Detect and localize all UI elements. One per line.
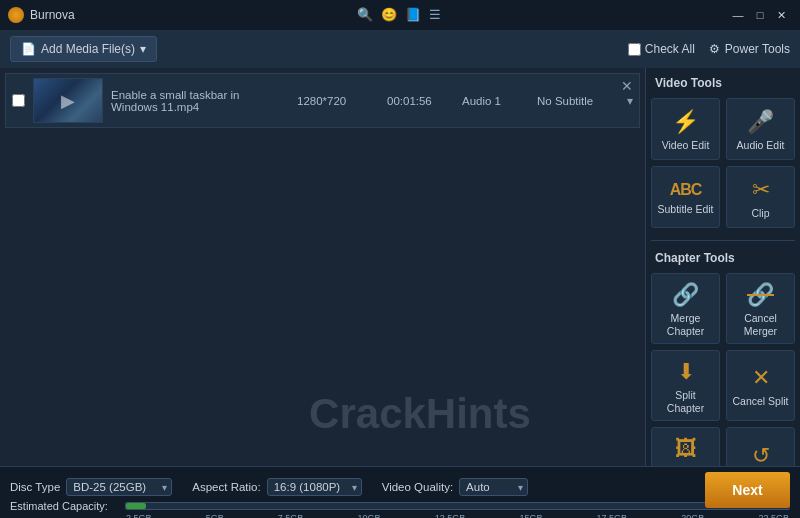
- toolbar: 📄 Add Media File(s) ▾ Check All ⚙ Power …: [0, 30, 800, 68]
- media-area: ▶ Enable a small taskbar in Windows 11.m…: [0, 68, 645, 466]
- video-quality-select[interactable]: Auto High Medium Low: [459, 478, 528, 496]
- search-icon[interactable]: 🔍: [357, 7, 373, 23]
- cancel-merger-icon: 🔗: [747, 282, 774, 308]
- social-icon[interactable]: 📘: [405, 7, 421, 23]
- merge-chapter-icon: 🔗: [672, 282, 699, 308]
- minimize-button[interactable]: —: [728, 6, 748, 24]
- title-icons: 🔍 😊 📘 ☰: [357, 7, 445, 23]
- media-remove-icon[interactable]: ✕: [621, 78, 633, 94]
- cancel-split-button[interactable]: ✕ Cancel Split: [726, 350, 795, 421]
- power-tools-button[interactable]: ⚙ Power Tools: [709, 42, 790, 56]
- subtitle-edit-icon: ABC: [670, 181, 702, 199]
- subtitle-edit-label: Subtitle Edit: [657, 203, 713, 216]
- check-all-checkbox[interactable]: [628, 43, 641, 56]
- video-tools-grid: ⚡ Video Edit 🎤 Audio Edit ABC Subtitle E…: [651, 98, 795, 228]
- video-edit-button[interactable]: ⚡ Video Edit: [651, 98, 720, 160]
- thumbnail-setting-button[interactable]: 🖼 Thumbnail Setting: [651, 427, 720, 466]
- cancel-split-label: Cancel Split: [732, 395, 788, 408]
- split-chapter-label: Split Chapter: [656, 389, 715, 414]
- media-item: ▶ Enable a small taskbar in Windows 11.m…: [5, 73, 640, 128]
- add-media-icon: 📄: [21, 42, 36, 56]
- video-quality-select-wrapper: Auto High Medium Low: [459, 478, 528, 496]
- video-quality-label: Video Quality:: [382, 481, 453, 493]
- thumbnail-setting-icon: 🖼: [675, 436, 697, 462]
- panel-divider: [651, 240, 795, 241]
- cancel-merger-button[interactable]: 🔗 Cancel Merger: [726, 273, 795, 344]
- reset-all-icon: ↺: [752, 443, 770, 466]
- aspect-ratio-label: Aspect Ratio:: [192, 481, 260, 493]
- toolbar-right: Check All ⚙ Power Tools: [628, 42, 790, 56]
- aspect-ratio-field: Aspect Ratio: 16:9 (1080P) 4:3 (480P) 16…: [192, 478, 361, 496]
- media-audio: Audio 1: [462, 95, 517, 107]
- play-icon: ▶: [61, 90, 75, 112]
- capacity-fill: [126, 503, 146, 509]
- media-thumbnail: ▶: [33, 78, 103, 123]
- video-edit-icon: ⚡: [672, 109, 699, 135]
- menu-icon[interactable]: ☰: [429, 7, 445, 23]
- add-media-dropdown-icon: ▾: [140, 42, 146, 56]
- chapter-tools-title: Chapter Tools: [651, 251, 795, 265]
- main-layout: ▶ Enable a small taskbar in Windows 11.m…: [0, 68, 800, 466]
- title-controls: — □ ✕: [728, 6, 792, 24]
- app-icon: [8, 7, 24, 23]
- disc-type-field: Disc Type BD-25 (25GB) BD-50 (50GB) DVD-…: [10, 478, 172, 496]
- right-panel: Video Tools ⚡ Video Edit 🎤 Audio Edit AB…: [645, 68, 800, 466]
- merge-chapter-button[interactable]: 🔗 Merge Chapter: [651, 273, 720, 344]
- merge-chapter-label: Merge Chapter: [656, 312, 715, 337]
- capacity-label: Estimated Capacity:: [10, 500, 120, 512]
- video-tools-title: Video Tools: [651, 76, 795, 90]
- bottom-bar: Disc Type BD-25 (25GB) BD-50 (50GB) DVD-…: [0, 466, 800, 518]
- power-tools-icon: ⚙: [709, 42, 720, 56]
- subtitle-edit-button[interactable]: ABC Subtitle Edit: [651, 166, 720, 228]
- next-button[interactable]: Next: [705, 472, 790, 508]
- chapter-tools-grid: 🔗 Merge Chapter 🔗 Cancel Merger ⬇ Split …: [651, 273, 795, 466]
- close-button[interactable]: ✕: [772, 6, 792, 24]
- capacity-markers: 2.5GB 5GB 7.5GB 10GB 12.5GB 15GB 17.5GB …: [126, 513, 789, 519]
- clip-button[interactable]: ✂ Clip: [726, 166, 795, 228]
- aspect-ratio-select[interactable]: 16:9 (1080P) 4:3 (480P) 16:9 (720P): [267, 478, 362, 496]
- disc-type-select[interactable]: BD-25 (25GB) BD-50 (50GB) DVD-5 (4.7GB) …: [66, 478, 172, 496]
- bottom-row1: Disc Type BD-25 (25GB) BD-50 (50GB) DVD-…: [0, 474, 800, 500]
- thumbnail-preview: ▶: [34, 79, 102, 122]
- title-bar: Burnova 🔍 😊 📘 ☰ — □ ✕: [0, 0, 800, 30]
- disc-type-label: Disc Type: [10, 481, 60, 493]
- video-edit-label: Video Edit: [662, 139, 710, 152]
- audio-edit-icon: 🎤: [747, 109, 774, 135]
- media-duration: 00:01:56: [387, 95, 442, 107]
- bottom-row2: Estimated Capacity: 2.5GB 5GB 7.5GB 10GB…: [0, 500, 800, 512]
- capacity-bar: 2.5GB 5GB 7.5GB 10GB 12.5GB 15GB 17.5GB …: [125, 502, 790, 510]
- clip-icon: ✂: [752, 177, 770, 203]
- media-subtitle: No Subtitle: [537, 95, 607, 107]
- add-media-button[interactable]: 📄 Add Media File(s) ▾: [10, 36, 157, 62]
- cancel-split-icon: ✕: [752, 365, 770, 391]
- audio-edit-label: Audio Edit: [737, 139, 785, 152]
- clip-label: Clip: [751, 207, 769, 220]
- title-left: Burnova: [8, 7, 75, 23]
- disc-type-select-wrapper: BD-25 (25GB) BD-50 (50GB) DVD-5 (4.7GB) …: [66, 478, 172, 496]
- reset-all-button[interactable]: ↺ Reset All: [726, 427, 795, 466]
- media-resolution: 1280*720: [297, 95, 367, 107]
- aspect-ratio-select-wrapper: 16:9 (1080P) 4:3 (480P) 16:9 (720P): [267, 478, 362, 496]
- split-chapter-icon: ⬇: [677, 359, 695, 385]
- add-media-label: Add Media File(s): [41, 42, 135, 56]
- title-text: Burnova: [30, 8, 75, 22]
- audio-edit-button[interactable]: 🎤 Audio Edit: [726, 98, 795, 160]
- media-info: Enable a small taskbar in Windows 11.mp4…: [111, 89, 633, 113]
- maximize-button[interactable]: □: [750, 6, 770, 24]
- cancel-merger-label: Cancel Merger: [731, 312, 790, 337]
- media-item-checkbox[interactable]: [12, 94, 25, 107]
- media-name: Enable a small taskbar in Windows 11.mp4: [111, 89, 277, 113]
- face-icon[interactable]: 😊: [381, 7, 397, 23]
- split-chapter-button[interactable]: ⬇ Split Chapter: [651, 350, 720, 421]
- check-all-label[interactable]: Check All: [628, 42, 695, 56]
- media-expand-icon[interactable]: ▾: [627, 94, 633, 108]
- video-quality-field: Video Quality: Auto High Medium Low: [382, 478, 528, 496]
